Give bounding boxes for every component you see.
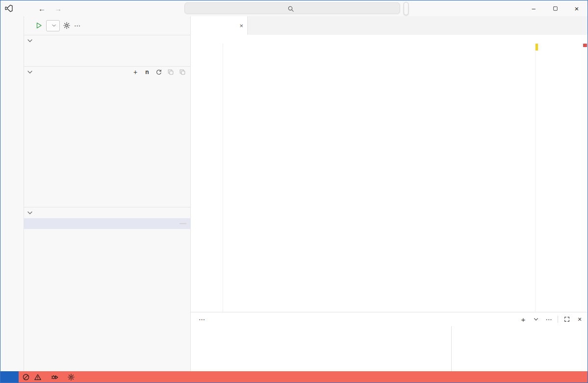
close-window-icon[interactable]: ×	[566, 0, 588, 16]
watch-section-header[interactable]: + n	[24, 66, 190, 77]
minimap[interactable]	[535, 44, 588, 312]
start-debug-icon[interactable]	[35, 22, 43, 30]
call-stack-body	[24, 229, 190, 371]
problems-status[interactable]	[19, 371, 47, 383]
sidebar-more-actions-icon[interactable]: ⋯	[74, 22, 80, 29]
build-gear-icon	[67, 373, 75, 381]
terminal-output[interactable]	[191, 326, 451, 371]
close-tab-icon[interactable]: ×	[239, 22, 243, 29]
panel-more-icon[interactable]: ⋯	[545, 315, 553, 323]
call-stack-section-header[interactable]	[24, 207, 190, 218]
command-center-search[interactable]	[184, 2, 400, 14]
bottom-panel: ⋯ + ⋯ ×	[191, 312, 588, 371]
run-and-debug-sidebar: ⋯ + n	[24, 16, 191, 371]
forward-icon[interactable]: →	[54, 4, 62, 13]
panel-overflow-icon[interactable]: ⋯	[199, 316, 205, 323]
maximize-icon[interactable]	[544, 0, 566, 16]
watch-body	[24, 77, 190, 207]
overview-ruler-mark	[583, 44, 587, 47]
tab-main-c[interactable]: ×	[191, 16, 248, 35]
vscode-window: ← → – ×	[0, 0, 588, 383]
debug-config-dropdown[interactable]	[46, 20, 60, 31]
history-nav: ← →	[38, 4, 62, 13]
editor-tabs-bar: ×	[191, 16, 588, 35]
remote-indicator[interactable]	[0, 371, 19, 383]
minimize-icon[interactable]: –	[523, 0, 544, 16]
status-bar	[0, 371, 588, 383]
debug-toolbar	[404, 2, 409, 15]
variables-section-header[interactable]	[24, 35, 190, 46]
code-editor[interactable]	[191, 44, 588, 312]
back-icon[interactable]: ←	[38, 4, 46, 13]
watch-actions: + n	[131, 68, 186, 76]
new-terminal-icon[interactable]: +	[519, 315, 527, 323]
vscode-logo-icon	[5, 4, 13, 12]
collapse-all-icon[interactable]	[167, 68, 175, 76]
sidebar-header: ⋯	[24, 16, 190, 35]
build-status[interactable]	[64, 371, 80, 383]
errors-icon	[22, 373, 30, 381]
close-panel-icon[interactable]: ×	[576, 315, 584, 323]
search-icon	[287, 5, 294, 12]
frame-line-badge	[179, 223, 186, 224]
minimap-current-line-marker	[536, 44, 538, 51]
debug-settings-gear-icon[interactable]	[63, 22, 71, 30]
maximize-panel-icon[interactable]	[563, 315, 571, 323]
panel-tabs: ⋯ + ⋯ ×	[191, 312, 588, 326]
activity-bar	[0, 16, 24, 371]
editor-group: × ⋯ +	[191, 16, 588, 371]
refresh-watch-icon[interactable]	[155, 68, 163, 76]
copy-all-icon[interactable]	[179, 68, 186, 76]
warnings-icon	[34, 373, 42, 381]
debug-status-icon	[51, 373, 58, 381]
window-controls: – ×	[523, 0, 588, 16]
terminal-sessions-list	[451, 326, 588, 371]
title-bar: ← → – ×	[0, 0, 588, 16]
number-format-icon[interactable]: n	[143, 68, 151, 76]
breadcrumb	[191, 35, 588, 44]
stack-frame-row[interactable]	[24, 218, 190, 229]
terminal-dropdown-icon[interactable]	[532, 315, 540, 323]
add-expression-icon[interactable]: +	[131, 68, 139, 76]
debug-launch-status[interactable]	[47, 371, 64, 383]
